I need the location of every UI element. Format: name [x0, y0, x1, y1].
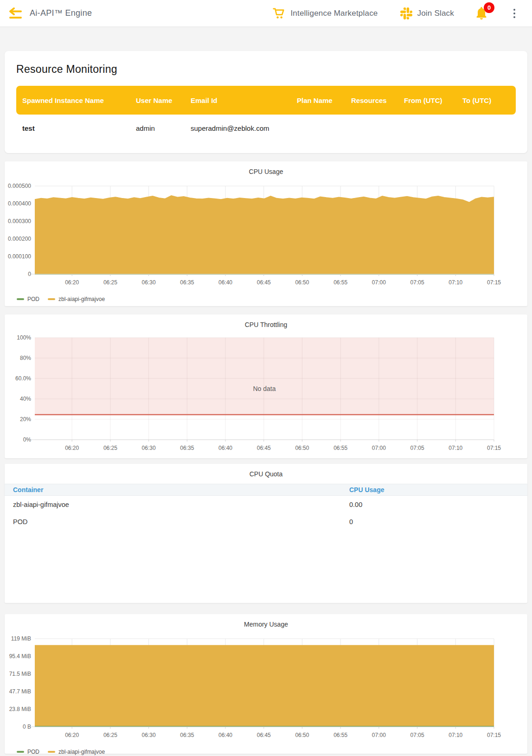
svg-text:06:30: 06:30 [142, 732, 156, 738]
svg-text:23.8 MiB: 23.8 MiB [9, 706, 31, 712]
cpu-quota-title: CPU Quota [5, 470, 527, 478]
svg-text:100%: 100% [17, 334, 31, 341]
svg-text:07:00: 07:00 [372, 732, 386, 738]
quota-cell-usage: 0.00 [349, 501, 527, 508]
cell-user: admin [130, 124, 185, 132]
col-to-utc: To (UTC) [456, 96, 516, 104]
svg-text:80%: 80% [20, 355, 31, 361]
svg-text:06:55: 06:55 [333, 445, 347, 451]
app-title: Ai-API™ Engine [30, 8, 92, 18]
svg-text:0.000300: 0.000300 [8, 218, 31, 224]
cpu-throttling-card: CPU Throttling No data100%80%60.0%40%20%… [5, 314, 527, 458]
intelligence-marketplace-link[interactable]: Intelligence Marketplace [273, 7, 378, 19]
svg-text:07:05: 07:05 [410, 732, 424, 738]
svg-text:0.000200: 0.000200 [8, 236, 31, 242]
svg-text:0 B: 0 B [23, 724, 31, 730]
memory-usage-chart: 119 MiB95.4 MiB71.5 MiB47.7 MiB23.8 MiB0… [7, 632, 525, 748]
intelligence-marketplace-label: Intelligence Marketplace [290, 9, 378, 18]
svg-text:20%: 20% [20, 416, 31, 423]
pod-swatch [17, 751, 24, 753]
svg-text:0%: 0% [23, 436, 32, 443]
svg-text:07:15: 07:15 [487, 279, 501, 286]
svg-text:71.5 MiB: 71.5 MiB [9, 671, 31, 677]
svg-text:06:40: 06:40 [218, 445, 232, 451]
memory-usage-title: Memory Usage [5, 621, 527, 628]
svg-text:06:40: 06:40 [218, 279, 232, 286]
svg-text:06:25: 06:25 [103, 279, 117, 286]
svg-text:06:20: 06:20 [65, 279, 79, 286]
resource-monitoring-card: Resource Monitoring Spawned Instance Nam… [5, 51, 527, 153]
svg-text:06:20: 06:20 [65, 732, 79, 738]
zbl-swatch [48, 298, 55, 300]
svg-text:0.000500: 0.000500 [8, 183, 31, 189]
svg-text:06:45: 06:45 [257, 279, 271, 286]
cell-resources [345, 124, 398, 132]
svg-text:No data: No data [253, 385, 276, 392]
svg-text:47.7 MiB: 47.7 MiB [9, 688, 31, 695]
legend-item-pod[interactable]: POD [17, 749, 39, 755]
legend-item-zbl[interactable]: zbl-aiapi-gifmajvoe [48, 296, 105, 302]
svg-text:06:50: 06:50 [295, 732, 309, 738]
cell-instance: test [16, 124, 130, 132]
svg-text:06:35: 06:35 [180, 279, 194, 286]
svg-text:06:20: 06:20 [65, 445, 79, 451]
cell-to [456, 124, 516, 132]
svg-text:06:45: 06:45 [257, 445, 271, 451]
svg-text:06:25: 06:25 [103, 732, 117, 738]
svg-text:07:10: 07:10 [449, 445, 462, 451]
col-from-utc: From (UTC) [398, 96, 456, 104]
page-content: Resource Monitoring Spawned Instance Nam… [0, 51, 532, 754]
svg-text:06:35: 06:35 [180, 445, 194, 451]
cell-from [398, 124, 456, 132]
svg-text:0.000400: 0.000400 [8, 200, 31, 207]
topbar: Ai-API™ Engine Intelligence Marketplace … [0, 0, 532, 26]
svg-text:60.0%: 60.0% [15, 375, 31, 382]
cpu-usage-title: CPU Usage [5, 168, 527, 175]
svg-text:07:00: 07:00 [372, 279, 386, 286]
svg-text:06:50: 06:50 [295, 279, 309, 286]
svg-text:06:50: 06:50 [295, 445, 309, 451]
cpu-usage-legend: POD zbl-aiapi-gifmajvoe [17, 296, 527, 302]
cpu-usage-card: CPU Usage 0.0005000.0004000.0003000.0002… [5, 161, 527, 306]
svg-text:40%: 40% [20, 396, 31, 402]
svg-text:07:05: 07:05 [410, 279, 424, 286]
svg-text:06:55: 06:55 [333, 732, 347, 738]
svg-text:0: 0 [28, 271, 31, 277]
memory-usage-card: Memory Usage 119 MiB95.4 MiB71.5 MiB47.7… [5, 614, 527, 754]
svg-text:06:55: 06:55 [333, 279, 347, 286]
cell-email: superadmin@zeblok.com [185, 124, 291, 132]
quota-table-header: Container CPU Usage [5, 484, 527, 496]
overflow-menu-button[interactable] [511, 6, 518, 21]
svg-text:06:35: 06:35 [180, 732, 194, 738]
join-slack-link[interactable]: Join Slack [400, 7, 454, 19]
resource-table-header: Spawned Instance Name User Name Email Id… [16, 86, 516, 115]
notifications-button[interactable]: 0 [474, 6, 490, 21]
col-resources: Resources [345, 96, 398, 104]
col-user-name: User Name [130, 96, 185, 104]
svg-text:06:45: 06:45 [257, 732, 271, 738]
notification-badge: 0 [484, 2, 494, 13]
memory-usage-legend: POD zbl-aiapi-gifmajvoe [17, 749, 527, 755]
collapse-sidebar-icon[interactable] [8, 7, 22, 19]
cpu-throttling-chart: No data100%80%60.0%40%20%0%06:2006:2506:… [7, 332, 525, 460]
svg-text:06:40: 06:40 [218, 732, 232, 738]
quota-row: zbl-aiapi-gifmajvoe 0.00 [5, 496, 527, 513]
svg-text:07:15: 07:15 [487, 732, 501, 738]
resource-monitoring-table: Spawned Instance Name User Name Email Id… [16, 86, 516, 132]
table-row: test admin superadmin@zeblok.com [16, 115, 516, 132]
quota-cell-container: zbl-aiapi-gifmajvoe [5, 501, 349, 508]
legend-item-pod[interactable]: POD [17, 296, 39, 302]
quota-row: POD 0 [5, 513, 527, 530]
svg-text:0.000100: 0.000100 [8, 253, 31, 260]
cell-plan [291, 124, 345, 132]
quota-col-container[interactable]: Container [5, 486, 349, 493]
col-plan-name: Plan Name [291, 96, 345, 104]
zbl-swatch [48, 751, 55, 753]
quota-col-cpu-usage[interactable]: CPU Usage [349, 486, 527, 493]
quota-cell-usage: 0 [349, 518, 527, 525]
page-title: Resource Monitoring [16, 63, 516, 76]
cpu-quota-card: CPU Quota Container CPU Usage zbl-aiapi-… [5, 464, 527, 603]
svg-text:119 MiB: 119 MiB [11, 635, 31, 642]
pod-swatch [17, 298, 24, 300]
legend-item-zbl[interactable]: zbl-aiapi-gifmajvoe [48, 749, 105, 755]
